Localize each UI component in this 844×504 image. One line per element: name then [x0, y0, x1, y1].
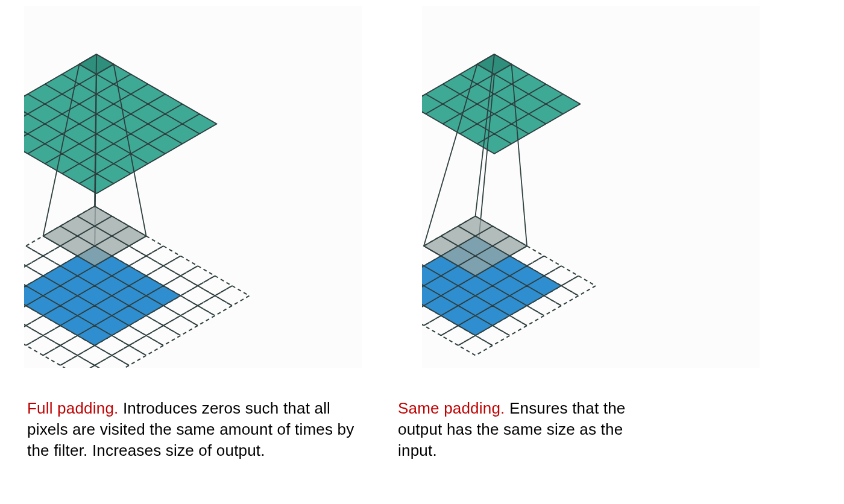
full-padding-diagram [24, 6, 362, 368]
slide: Full padding. Introduces zeros such that… [0, 0, 844, 504]
caption-full-term: Full padding. [27, 399, 118, 417]
caption-same-term: Same padding. [398, 399, 505, 417]
panel-full-padding [24, 6, 362, 368]
caption-same: Same padding. Ensures that the output ha… [398, 398, 651, 461]
same-padding-diagram [422, 6, 760, 368]
caption-full: Full padding. Introduces zeros such that… [27, 398, 365, 461]
panel-same-padding [422, 6, 760, 368]
